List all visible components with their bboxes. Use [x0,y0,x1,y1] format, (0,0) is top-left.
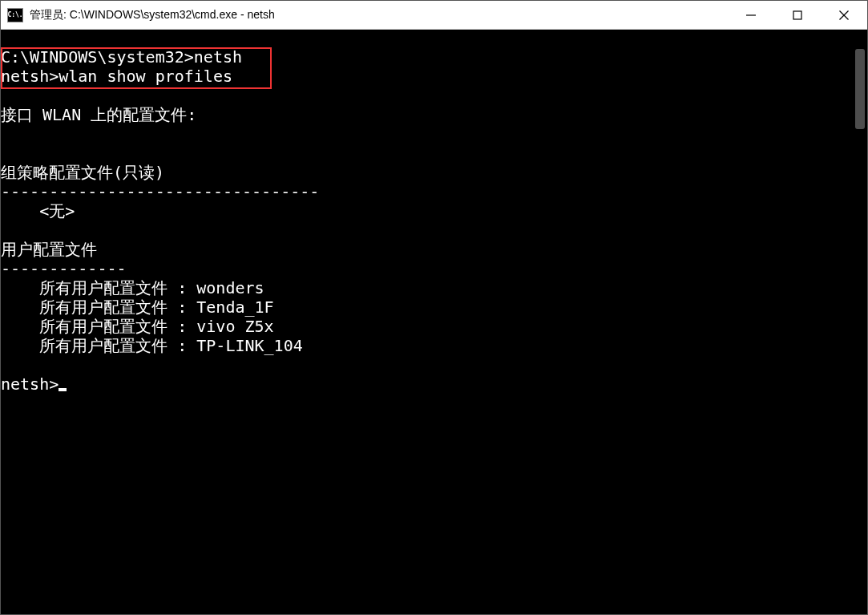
terminal-line: 接口 WLAN 上的配置文件: [1,105,196,124]
scrollbar-thumb[interactable] [855,49,865,129]
svg-rect-1 [793,11,801,19]
minimize-button[interactable] [728,1,774,29]
close-button[interactable] [821,1,867,29]
minimize-icon [745,10,757,21]
cmd-window: C:\. 管理员: C:\WINDOWS\system32\cmd.exe - … [0,0,868,615]
terminal-line: 用户配置文件 [1,240,97,259]
terminal-line: C:\WINDOWS\system32>netsh [1,47,242,67]
terminal-line: 所有用户配置文件 : TP-LINK_104 [1,336,303,355]
terminal-line: 所有用户配置文件 : wonders [1,278,264,297]
terminal-cursor [59,388,67,391]
terminal-area[interactable]: C:\WINDOWS\system32>netsh netsh>wlan sho… [1,30,867,614]
terminal-output: C:\WINDOWS\system32>netsh netsh>wlan sho… [1,47,853,394]
window-controls [728,1,867,29]
close-icon [838,10,850,21]
terminal-line: 所有用户配置文件 : Tenda_1F [1,297,274,317]
terminal-line: --------------------------------- [1,182,319,201]
titlebar[interactable]: C:\. 管理员: C:\WINDOWS\system32\cmd.exe - … [1,1,867,30]
terminal-prompt: netsh> [1,374,59,394]
terminal-line: 所有用户配置文件 : vivo Z5x [1,317,274,336]
scrollbar-track[interactable] [853,30,867,614]
maximize-button[interactable] [774,1,821,29]
terminal-line: 组策略配置文件(只读) [1,163,164,182]
window-title: 管理员: C:\WINDOWS\system32\cmd.exe - netsh [30,8,728,22]
maximize-icon [792,10,803,21]
terminal-line: <无> [1,201,75,221]
terminal-line: netsh>wlan show profiles [1,67,232,86]
terminal-line: ------------- [1,259,127,278]
cmd-icon: C:\. [7,8,23,22]
